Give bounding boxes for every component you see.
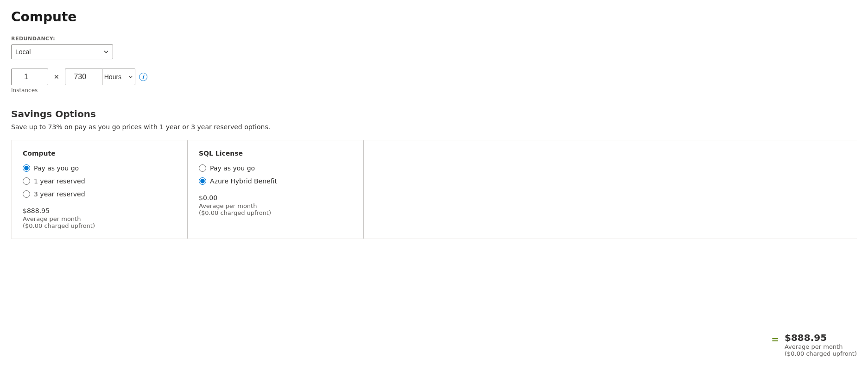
compute-price: $888.95 <box>23 207 176 214</box>
redundancy-label: REDUNDANCY: <box>11 36 857 42</box>
compute-1yr-radio[interactable] <box>23 177 30 185</box>
sql-col: SQL License Pay as you go Azure Hybrid B… <box>188 140 364 239</box>
sql-payg-item[interactable]: Pay as you go <box>199 164 352 172</box>
savings-description: Save up to 73% on pay as you go prices w… <box>11 123 857 131</box>
redundancy-select[interactable]: Local Zone Redundant Geo Redundant <box>11 44 113 59</box>
sql-hybrid-radio[interactable] <box>199 177 206 185</box>
instances-col <box>11 69 48 85</box>
compute-3yr-label: 3 year reserved <box>34 190 85 198</box>
page-title: Compute <box>11 9 857 25</box>
sql-hybrid-item[interactable]: Azure Hybrid Benefit <box>199 177 352 185</box>
sql-price-sublabel: ($0.00 charged upfront) <box>199 209 352 216</box>
savings-options-grid: Compute Pay as you go 1 year reserved 3 … <box>11 140 857 239</box>
compute-1yr-label: 1 year reserved <box>34 177 85 185</box>
compute-payg-label: Pay as you go <box>34 164 79 172</box>
sql-col-header: SQL License <box>199 150 352 157</box>
compute-3yr-item[interactable]: 3 year reserved <box>23 190 176 198</box>
compute-col: Compute Pay as you go 1 year reserved 3 … <box>12 140 188 239</box>
sql-price: $0.00 <box>199 194 352 201</box>
multiply-icon: ✕ <box>54 73 59 81</box>
compute-price-sublabel: ($0.00 charged upfront) <box>23 222 176 229</box>
sql-payg-label: Pay as you go <box>210 164 255 172</box>
compute-payg-radio[interactable] <box>23 164 30 172</box>
compute-3yr-radio[interactable] <box>23 190 30 198</box>
instances-row: ✕ Hours Days Months i <box>11 69 857 85</box>
sql-hybrid-label: Azure Hybrid Benefit <box>210 177 277 185</box>
compute-1yr-item[interactable]: 1 year reserved <box>23 177 176 185</box>
instances-input[interactable] <box>11 69 48 85</box>
savings-title: Savings Options <box>11 108 857 119</box>
instances-label: Instances <box>11 87 857 94</box>
compute-col-header: Compute <box>23 150 176 157</box>
hours-select[interactable]: Hours Days Months <box>102 69 135 85</box>
compute-radio-group: Pay as you go 1 year reserved 3 year res… <box>23 164 176 198</box>
sql-payg-radio[interactable] <box>199 164 206 172</box>
sql-price-label: Average per month <box>199 202 352 209</box>
redundancy-section: REDUNDANCY: Local Zone Redundant Geo Red… <box>11 36 857 59</box>
compute-payg-item[interactable]: Pay as you go <box>23 164 176 172</box>
hours-input[interactable] <box>65 69 102 85</box>
savings-section: Savings Options Save up to 73% on pay as… <box>11 108 857 239</box>
hours-select-wrapper: Hours Days Months <box>102 69 135 85</box>
info-icon[interactable]: i <box>139 73 147 81</box>
compute-price-label: Average per month <box>23 215 176 222</box>
sql-radio-group: Pay as you go Azure Hybrid Benefit <box>199 164 352 185</box>
